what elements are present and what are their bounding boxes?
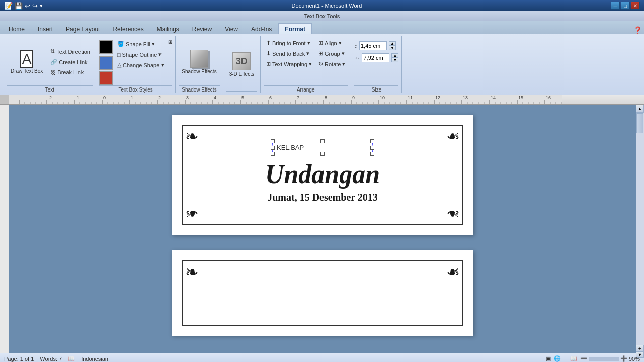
handle-br[interactable] <box>370 152 374 156</box>
height-row: ↕ ▲ ▼ <box>354 41 396 50</box>
handle-tr[interactable] <box>370 139 374 143</box>
tab-add-ins[interactable]: Add-Ins <box>245 23 278 34</box>
text-box-selected[interactable]: KEL.BAP <box>272 141 373 154</box>
view-reading-icon[interactable]: 📖 <box>570 355 577 362</box>
tab-references[interactable]: References <box>106 23 150 34</box>
shadow-effects-button[interactable]: Shadow Effects <box>179 48 219 76</box>
document-area[interactable]: ❧ ❧ ❧ ❧ KEL.BAP Undangan <box>9 105 636 353</box>
rotate-dropdown: ▾ <box>342 61 345 67</box>
tab-home[interactable]: Home <box>2 23 31 34</box>
view-normal-icon[interactable]: ▣ <box>546 355 551 362</box>
rotate-icon: ↻ <box>318 61 323 67</box>
tab-insert[interactable]: Insert <box>31 23 59 34</box>
page-1-border: ❧ ❧ ❧ ❧ KEL.BAP Undangan <box>182 125 463 225</box>
text-wrapping-button[interactable]: ⊞ Text Wrapping ▾ <box>264 59 314 69</box>
view-outline-icon[interactable]: ≡ <box>564 356 567 362</box>
swatch-red[interactable] <box>99 71 113 85</box>
vertical-scrollbar[interactable]: ▲ + ▼ <box>636 105 644 353</box>
svg-text:16: 16 <box>546 95 551 100</box>
ribbon-group-3d: 3D 3-D Effects <box>223 36 261 93</box>
svg-text:13: 13 <box>463 95 468 100</box>
align-button[interactable]: ⊞ Align ▾ <box>316 38 348 48</box>
app-icon: 📝 <box>4 2 13 10</box>
height-up[interactable]: ▲ <box>389 41 396 46</box>
svg-text:6: 6 <box>269 95 272 100</box>
close-button[interactable]: ✕ <box>631 2 640 10</box>
handle-mr[interactable] <box>370 146 374 150</box>
word-count: Words: 7 <box>40 356 62 362</box>
change-shape-button[interactable]: △ Change Shape ▾ <box>115 60 167 70</box>
outline-icon: □ <box>117 52 121 58</box>
shape-outline-button[interactable]: □ Shape Outline ▾ <box>115 50 167 59</box>
scroll-track[interactable] <box>636 113 644 345</box>
handle-ml[interactable] <box>271 146 275 150</box>
fill-icon: 🪣 <box>117 41 124 47</box>
height-label: ↕ <box>354 43 357 49</box>
tab-review[interactable]: Review <box>186 23 218 34</box>
scroll-up-button[interactable]: ▲ <box>636 105 644 113</box>
tab-view[interactable]: View <box>218 23 245 34</box>
undangan-title: Undangan <box>265 159 380 189</box>
group-button[interactable]: ⊞ Group ▾ <box>316 49 348 58</box>
draw-textbox-button[interactable]: A Draw Text Box <box>7 48 46 76</box>
view-web-icon[interactable]: 🌐 <box>554 355 561 362</box>
handle-bl[interactable] <box>271 152 275 156</box>
zoom-slider[interactable] <box>589 357 619 361</box>
svg-rect-126 <box>0 105 9 353</box>
ruler-area: -2-101234567891011121314151617 <box>0 95 644 105</box>
three-d-button[interactable]: 3D 3-D Effects <box>226 50 257 79</box>
date-text: Jumat, 15 Desember 2013 <box>267 192 378 203</box>
width-up[interactable]: ▲ <box>391 53 398 58</box>
help-icon[interactable]: ❓ <box>633 26 642 34</box>
minimize-button[interactable]: ─ <box>611 2 620 10</box>
wrapping-dropdown: ▾ <box>309 61 312 67</box>
maximize-button[interactable]: □ <box>621 2 630 10</box>
bring-to-front-button[interactable]: ⬆ Bring to Front ▾ <box>264 38 314 48</box>
zoom-in-btn[interactable]: ➕ <box>620 355 627 362</box>
text-direction-icon: ⇅ <box>50 48 55 55</box>
svg-text:9: 9 <box>352 95 355 100</box>
align-dropdown: ▾ <box>339 40 342 46</box>
language: Indonesian <box>81 356 108 362</box>
svg-text:15: 15 <box>518 95 523 100</box>
proofing-icon: 📖 <box>68 355 75 362</box>
ribbon-group-textbox-styles: 🪣 Shape Fill ▾ □ Shape Outline ▾ △ Chang… <box>96 36 176 93</box>
status-left: Page: 1 of 1 Words: 7 📖 Indonesian <box>4 355 108 362</box>
quick-save[interactable]: 💾 <box>15 2 23 10</box>
zoom-out-btn[interactable]: ➖ <box>580 355 587 362</box>
width-down[interactable]: ▼ <box>391 58 398 62</box>
height-input[interactable] <box>359 41 387 50</box>
tab-page-layout[interactable]: Page Layout <box>59 23 106 34</box>
break-link-button[interactable]: ⛓ Break Link <box>48 68 93 77</box>
tab-mailings[interactable]: Mailings <box>150 23 186 34</box>
height-down[interactable]: ▼ <box>389 46 396 50</box>
handle-tc[interactable] <box>320 139 325 143</box>
three-d-icon: 3D <box>232 52 251 70</box>
bring-front-dropdown: ▾ <box>307 40 310 46</box>
swatch-black[interactable] <box>99 40 113 54</box>
text-direction-button[interactable]: ⇅ Text Direction <box>48 47 93 56</box>
swatch-blue[interactable] <box>99 56 113 70</box>
handle-tl[interactable] <box>271 139 275 143</box>
shape-fill-button[interactable]: 🪣 Shape Fill ▾ <box>115 39 167 49</box>
tab-format[interactable]: Format <box>278 23 312 34</box>
scroll-zoom-in[interactable]: + <box>636 345 644 352</box>
quick-undo[interactable]: ↩ <box>25 2 30 10</box>
styles-expand-icon[interactable]: ⊞ <box>168 39 172 45</box>
link-icon: 🔗 <box>50 59 57 65</box>
group-icon: ⊞ <box>318 50 323 57</box>
rotate-button[interactable]: ↻ Rotate ▾ <box>316 59 348 69</box>
quick-redo[interactable]: ↪ <box>32 2 38 10</box>
svg-text:7: 7 <box>297 95 299 100</box>
send-to-back-button[interactable]: ⬇ Send to Back ▾ <box>264 49 314 58</box>
width-input[interactable] <box>362 53 389 62</box>
page-1: ❧ ❧ ❧ ❧ KEL.BAP Undangan <box>172 115 473 235</box>
ribbon-content: A Draw Text Box ⇅ Text Direction 🔗 Creat… <box>0 34 644 95</box>
scroll-thumb[interactable] <box>636 113 643 133</box>
create-link-button[interactable]: 🔗 Create Link <box>48 57 93 67</box>
outline-dropdown-icon: ▾ <box>158 51 162 58</box>
page-2-border: ❧ ❧ <box>182 260 463 326</box>
arrange-col1: ⬆ Bring to Front ▾ ⬇ Send to Back ▾ ⊞ Te… <box>264 38 314 69</box>
handle-bc[interactable] <box>320 152 325 156</box>
svg-text:3: 3 <box>186 95 189 100</box>
